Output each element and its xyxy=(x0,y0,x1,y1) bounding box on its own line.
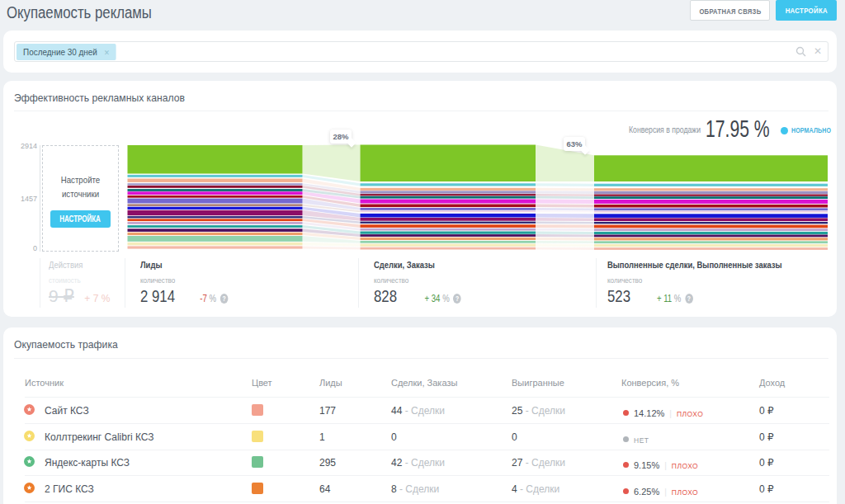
svg-text:2914: 2914 xyxy=(21,142,37,150)
svg-text:1457: 1457 xyxy=(21,195,37,203)
svg-text:0: 0 xyxy=(33,244,37,252)
